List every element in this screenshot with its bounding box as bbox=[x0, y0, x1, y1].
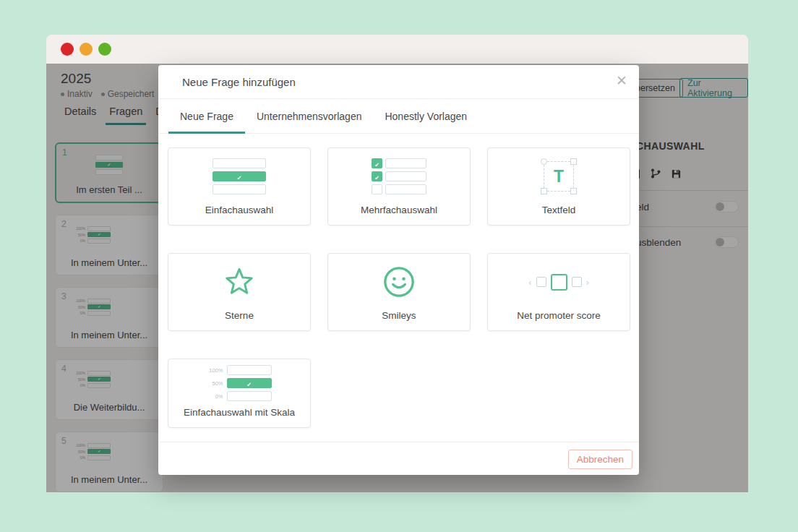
cancel-button[interactable]: Abbrechen bbox=[568, 450, 632, 469]
multiple-choice-icon: ✔ ✔ bbox=[372, 148, 426, 205]
modal-header: Neue Frage hinzufügen ✕ bbox=[158, 65, 639, 99]
scale-label: 0% bbox=[207, 393, 223, 400]
card-smileys[interactable]: Smileys bbox=[327, 253, 471, 331]
traffic-light-close-button[interactable] bbox=[61, 43, 74, 56]
question-type-label: Net promoter score bbox=[517, 310, 601, 321]
checkmark-glyph: ✔ bbox=[374, 175, 379, 181]
close-icon[interactable]: ✕ bbox=[616, 74, 627, 87]
star-icon bbox=[222, 254, 257, 310]
modal-tab-bar: Neue Frage Unternehmensvorlagen Honestly… bbox=[158, 99, 639, 134]
single-choice-icon: ✔ bbox=[213, 148, 266, 205]
traffic-light-minimize-button[interactable] bbox=[80, 43, 93, 56]
scale-label: 100% bbox=[207, 367, 223, 374]
modal-footer: Abbrechen bbox=[158, 442, 639, 475]
question-type-label: Sterne bbox=[225, 310, 254, 321]
scale-label: 50% bbox=[207, 380, 223, 387]
card-textfeld[interactable]: T Textfeld bbox=[487, 147, 630, 226]
question-type-label: Textfeld bbox=[542, 205, 576, 215]
tab-neue-frage[interactable]: Neue Frage bbox=[168, 99, 245, 133]
card-mehrfachauswahl[interactable]: ✔ ✔ Mehrfachauswahl bbox=[327, 147, 471, 226]
single-choice-scale-icon: 100% 50%✔ 0% bbox=[207, 359, 272, 407]
checkmark-glyph: ✔ bbox=[374, 162, 379, 168]
modal-title: Neue Frage hinzufügen bbox=[182, 76, 296, 88]
traffic-light-zoom-button[interactable] bbox=[98, 43, 111, 56]
checkmark-glyph: ✔ bbox=[246, 382, 252, 388]
question-type-grid: ✔ Einfachauswahl ✔ ✔ Mehrfachauswahl T T… bbox=[168, 147, 630, 428]
question-type-label: Einfachauswahl mit Skala bbox=[184, 407, 295, 418]
card-einfachauswahl[interactable]: ✔ Einfachauswahl bbox=[168, 147, 311, 226]
chevron-left-icon: ‹ bbox=[528, 278, 531, 287]
question-type-label: Smileys bbox=[382, 310, 416, 321]
tab-unternehmensvorlagen[interactable]: Unternehmensvorlagen bbox=[245, 99, 374, 133]
text-field-icon: T bbox=[544, 148, 574, 205]
tab-honestly-vorlagen[interactable]: Honestly Vorlagen bbox=[373, 99, 479, 133]
smiley-icon bbox=[382, 254, 416, 310]
nps-icon: ‹ › bbox=[528, 254, 589, 310]
card-net-promoter-score[interactable]: ‹ › Net promoter score bbox=[487, 253, 630, 331]
question-type-label: Mehrfachauswahl bbox=[361, 205, 437, 215]
add-question-modal: Neue Frage hinzufügen ✕ Neue Frage Unter… bbox=[158, 65, 639, 475]
card-sterne[interactable]: Sterne bbox=[168, 253, 311, 331]
checkmark-glyph: ✔ bbox=[237, 175, 242, 181]
card-einfachauswahl-mit-skala[interactable]: 100% 50%✔ 0% Einfachauswahl mit Skala bbox=[168, 359, 311, 428]
chevron-right-icon: › bbox=[586, 278, 589, 287]
question-type-label: Einfachauswahl bbox=[205, 205, 274, 215]
window-titlebar bbox=[46, 35, 748, 64]
